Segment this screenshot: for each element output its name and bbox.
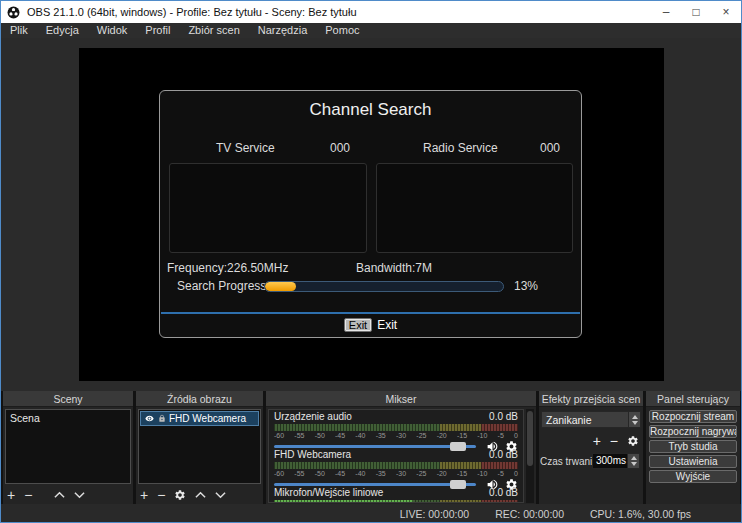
volume-slider-handle[interactable]: [450, 442, 466, 451]
meter-tick-label: -10: [477, 470, 487, 478]
mixer-channel-webcam: FHD Webcamera 0.0 dB -60-55-50-45-40-35-…: [269, 448, 523, 486]
meter-tick-label: -15: [457, 432, 467, 440]
mixer-channel-db: 0.0 dB: [489, 488, 518, 498]
meter-tick-label: -35: [376, 432, 386, 440]
rec-time: REC: 00:00:00: [495, 508, 564, 520]
volume-meter: [274, 462, 518, 469]
transitions-panel-header[interactable]: Efekty przejścia scen: [539, 391, 643, 407]
mixer-channel-db: 0.0 dB: [489, 450, 518, 460]
meter-tick-label: 0: [514, 432, 518, 440]
duration-spinner[interactable]: [627, 454, 639, 468]
sources-list[interactable]: FHD Webcamera: [138, 409, 261, 484]
source-label: FHD Webcamera: [169, 413, 246, 424]
move-source-up-button[interactable]: [195, 491, 206, 499]
menu-pomoc[interactable]: Pomoc: [316, 23, 368, 38]
menu-narzedzia[interactable]: Narzędzia: [249, 23, 317, 38]
volume-slider[interactable]: [274, 480, 480, 489]
mixer-panel-header[interactable]: Mikser: [266, 391, 536, 407]
maximize-button[interactable]: □: [681, 1, 711, 23]
video-canvas[interactable]: Channel Search TV Service 000 Radio Serv…: [79, 48, 664, 381]
mixer-channel-name: Mikrofon/Wejście liniowe: [274, 488, 383, 498]
scene-list-item[interactable]: Scena: [6, 410, 130, 426]
meter-tick-label: -10: [477, 432, 487, 440]
preview-area: Channel Search TV Service 000 Radio Serv…: [1, 38, 741, 391]
source-list-item-selected[interactable]: FHD Webcamera: [140, 411, 259, 426]
mixer-channel-db: 0.0 dB: [489, 412, 518, 422]
move-scene-down-button[interactable]: [74, 491, 85, 499]
scenes-list[interactable]: Scena: [5, 409, 131, 484]
lock-icon[interactable]: [158, 414, 166, 423]
transitions-toolbar: + −: [593, 432, 639, 449]
meter-tick-label: -30: [396, 470, 406, 478]
minimize-button[interactable]: –: [651, 1, 681, 23]
start-streaming-button[interactable]: Rozpocznij stream: [649, 410, 737, 423]
bandwidth-value: Bandwidth:7M: [356, 261, 432, 275]
duration-value[interactable]: 300ms: [593, 454, 627, 468]
meter-tick-label: -25: [416, 470, 426, 478]
mixer-content: Urządzenie audio 0.0 dB -60-55-50-45-40-…: [268, 409, 524, 503]
add-source-button[interactable]: +: [140, 488, 148, 502]
transition-select-spinner[interactable]: [628, 412, 640, 427]
meter-tick-label: -55: [294, 470, 304, 478]
sources-panel-header[interactable]: Źródła obrazu: [136, 391, 263, 407]
add-scene-button[interactable]: +: [7, 488, 15, 502]
meter-tick-label: -25: [416, 432, 426, 440]
move-source-down-button[interactable]: [215, 491, 226, 499]
meter-tick-label: -20: [437, 432, 447, 440]
studio-mode-button[interactable]: Tryb studia: [649, 440, 737, 453]
transitions-panel: Efekty przejścia scen Zanikanie + − Czas…: [539, 391, 643, 504]
mixer-panel: Mikser Urządzenie audio 0.0 dB -60-55-50…: [266, 391, 536, 504]
tv-service-label: TV Service: [216, 141, 275, 155]
source-properties-gear-icon[interactable]: [174, 489, 186, 501]
remove-source-button[interactable]: −: [157, 488, 165, 502]
add-transition-button[interactable]: +: [593, 434, 601, 448]
search-progress-label: Search Progress:: [177, 279, 270, 293]
mixer-scrollbar-thumb[interactable]: [527, 411, 533, 466]
volume-slider-handle[interactable]: [450, 480, 466, 489]
transition-select[interactable]: Zanikanie: [541, 411, 641, 428]
docks-area: Sceny Scena + − Źródła obrazu FHD Webcam…: [1, 391, 741, 504]
dialog-separator: [161, 312, 580, 314]
meter-tick-label: -50: [315, 432, 325, 440]
controls-panel-header[interactable]: Panel sterujący: [646, 391, 740, 407]
visibility-eye-icon[interactable]: [144, 414, 155, 423]
remove-scene-button[interactable]: −: [24, 488, 32, 502]
menu-widok[interactable]: Widok: [88, 23, 137, 38]
meter-tick-label: -40: [355, 432, 365, 440]
sources-panel: Źródła obrazu FHD Webcamera + −: [136, 391, 263, 504]
volume-meter-level: [274, 500, 413, 503]
tv-service-value: 000: [330, 141, 350, 155]
meter-tick-label: -30: [396, 432, 406, 440]
volume-slider[interactable]: [274, 442, 480, 451]
meter-scale: -60-55-50-45-40-35-30-25-20-15-10-50: [274, 432, 518, 440]
meter-tick-label: -60: [274, 470, 284, 478]
transition-duration-row: Czas trwania 300ms: [540, 453, 640, 469]
radio-service-value: 000: [540, 141, 560, 155]
channel-search-dialog: Channel Search TV Service 000 Radio Serv…: [159, 90, 582, 338]
menu-zbior-scen[interactable]: Zbiór scen: [179, 23, 248, 38]
menu-profil[interactable]: Profil: [136, 23, 179, 38]
cpu-fps: CPU: 1.6%, 30.00 fps: [590, 508, 691, 520]
meter-tick-label: -45: [335, 470, 345, 478]
menu-edycja[interactable]: Edycja: [37, 23, 88, 38]
duration-spinbox[interactable]: 300ms: [592, 453, 640, 469]
mixer-scrollbar[interactable]: [526, 409, 534, 503]
search-progress-fill: [265, 282, 296, 291]
scenes-panel-header[interactable]: Sceny: [3, 391, 133, 407]
tv-service-list: [169, 163, 367, 253]
transition-properties-gear-icon[interactable]: [627, 435, 639, 447]
mixer-channel-name: FHD Webcamera: [274, 450, 351, 460]
window-title: OBS 21.1.0 (64bit, windows) - Profile: B…: [27, 6, 357, 18]
remove-transition-button[interactable]: −: [610, 434, 618, 448]
status-bar: LIVE: 00:00:00 REC: 00:00:00 CPU: 1.6%, …: [1, 504, 741, 523]
settings-button[interactable]: Ustawienia: [649, 455, 737, 468]
move-scene-up-button[interactable]: [54, 491, 65, 499]
start-recording-button[interactable]: Rozpocznij nagrywanie: [649, 425, 737, 438]
close-button[interactable]: ×: [711, 1, 741, 23]
meter-tick-label: -55: [294, 432, 304, 440]
exit-app-button[interactable]: Wyjście: [649, 470, 737, 483]
volume-meter: [274, 424, 518, 431]
exit-row: Exit Exit: [160, 318, 581, 332]
menu-plik[interactable]: Plik: [1, 23, 37, 38]
meter-scale: -60-55-50-45-40-35-30-25-20-15-10-50: [274, 470, 518, 478]
